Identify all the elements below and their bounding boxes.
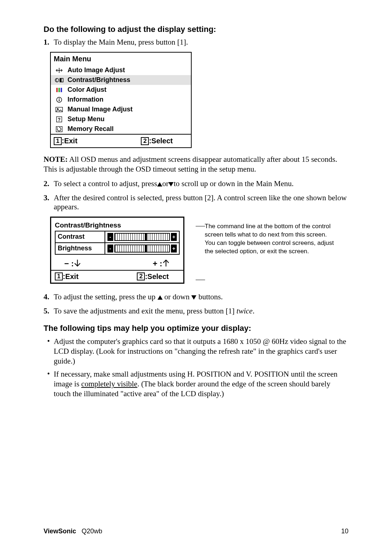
bullet-icon: • <box>47 337 54 366</box>
exit-label: :Exit <box>63 272 78 281</box>
step-text: To adjust the setting, press the up or d… <box>54 292 348 301</box>
menu-item-label: Contrast/Brightness <box>68 76 130 84</box>
memory-recall-icon <box>54 126 64 132</box>
footer-brand: ViewSonic <box>44 528 76 535</box>
step-1: 1. To display the Main Menu, press butto… <box>44 38 348 47</box>
menu-item-label: Setup Menu <box>68 115 105 123</box>
step-number: 2. <box>44 179 54 188</box>
contrast-icon <box>54 78 64 83</box>
plus-icon: + <box>171 233 177 241</box>
cb-title: Contrast/Brightness <box>55 221 180 229</box>
caption-container: The command line at the bottom of the co… <box>197 217 337 256</box>
contrast-label: Contrast <box>55 231 105 243</box>
menu-item-label: Memory Recall <box>68 125 114 133</box>
down-triangle-icon <box>191 295 196 300</box>
menu-item-information: Information <box>51 95 191 104</box>
up-triangle-icon <box>158 295 163 300</box>
page-footer: ViewSonic Q20wb 10 <box>44 528 348 535</box>
text-fragment: to scroll up or down in the Main Menu. <box>173 179 294 188</box>
svg-rect-4 <box>58 88 60 92</box>
menu-item-color: Color Adjust <box>51 85 191 95</box>
info-icon <box>54 97 64 103</box>
svg-text:?: ? <box>58 117 61 122</box>
text-fragment: To save the adjustments and exit the men… <box>54 307 237 315</box>
cb-footer: 1 :Exit 2 :Select <box>51 270 183 283</box>
tip-2: • If necessary, make small adjustments u… <box>47 369 348 399</box>
tip-text: If necessary, make small adjustments usi… <box>54 369 348 399</box>
minus-icon: - <box>107 233 113 241</box>
plus-icon: + <box>171 245 177 253</box>
text-fragment: To select a control to adjust, press <box>54 179 157 188</box>
up-triangle-icon <box>157 182 162 186</box>
main-menu-footer: 1 :Exit 2 :Select <box>51 134 191 147</box>
select-label: :Select <box>149 137 173 145</box>
step-4: 4. To adjust the setting, press the up o… <box>44 292 348 301</box>
brightness-label: Brightness <box>55 243 105 254</box>
svg-rect-8 <box>59 99 60 101</box>
svg-point-10 <box>57 108 58 110</box>
key-1-icon: 1 <box>55 272 63 280</box>
svg-rect-2 <box>60 78 62 82</box>
menu-item-memory-recall: Memory Recall <box>51 124 191 134</box>
tip-1: • Adjust the computer's graphics card so… <box>47 337 348 366</box>
step-2: 2. To select a control to adjust, presso… <box>44 179 348 188</box>
menu-item-label: Manual Image Adjust <box>68 106 132 113</box>
connector-line <box>196 226 205 226</box>
step-text: To save the adjustments and exit the men… <box>54 307 348 316</box>
up-arrow-icon: 🡡 <box>162 260 170 268</box>
cb-table: Contrast -+ Brightness -+ <box>55 231 180 255</box>
auto-image-icon <box>54 67 64 73</box>
note-label: NOTE: <box>44 155 68 164</box>
setup-icon: ? <box>54 116 64 122</box>
svg-rect-5 <box>61 88 62 92</box>
step-3: 3. After the desired control is selected… <box>44 193 348 212</box>
text-fragment: To adjust the setting, press the up <box>54 292 158 301</box>
step-text: To select a control to adjust, pressorto… <box>54 179 348 188</box>
manual-image-icon <box>54 107 64 112</box>
contrast-brightness-osd: Contrast/Brightness Contrast -+ Brightne… <box>50 217 184 284</box>
bullet-icon: • <box>47 369 54 399</box>
italic-text: twice <box>237 307 253 315</box>
menu-item-label: Auto Image Adjust <box>68 66 125 74</box>
exit-label: :Exit <box>62 137 77 145</box>
key-2-icon: 2 <box>141 137 149 145</box>
step-number: 3. <box>44 193 54 212</box>
menu-item-manual-image: Manual Image Adjust <box>51 104 191 114</box>
main-menu-osd: Main Menu Auto Image Adjust Contrast/Bri… <box>50 52 192 148</box>
key-1-icon: 1 <box>54 137 62 145</box>
menu-item-label: Information <box>68 96 103 103</box>
step-number: 1. <box>44 38 54 47</box>
menu-item-label: Color Adjust <box>68 86 106 94</box>
menu-item-contrast: Contrast/Brightness <box>51 75 191 85</box>
note-text: All OSD menus and adjustment screens dis… <box>44 155 337 173</box>
key-2-icon: 2 <box>137 272 145 280</box>
connector-line <box>196 280 205 280</box>
figure-caption: The command line at the bottom of the co… <box>205 222 337 256</box>
increase-hint: + :🡡 <box>153 259 170 268</box>
step-number: 5. <box>44 307 54 316</box>
text-fragment: or <box>162 179 169 188</box>
color-adjust-icon <box>54 87 64 93</box>
footer-left: ViewSonic Q20wb <box>44 528 102 535</box>
contrast-slider: -+ <box>105 231 179 243</box>
down-arrow-icon: 🡣 <box>74 260 82 268</box>
step-text: To display the Main Menu, press button [… <box>54 38 348 47</box>
text-fragment: or down <box>163 292 192 301</box>
slider-track <box>114 245 170 253</box>
down-triangle-icon <box>168 182 173 186</box>
step-number: 4. <box>44 292 54 301</box>
note-paragraph: NOTE: All OSD menus and adjustment scree… <box>44 155 348 174</box>
text-fragment: . <box>253 307 254 315</box>
minus-icon: - <box>107 245 113 253</box>
menu-item-setup: ? Setup Menu <box>51 114 191 124</box>
brightness-slider: -+ <box>105 243 179 254</box>
step-5: 5. To save the adjustments and exit the … <box>44 307 348 316</box>
text-fragment: buttons. <box>196 292 222 301</box>
tip-text: Adjust the computer's graphics card so t… <box>54 337 348 366</box>
section-heading: Do the following to adjust the display s… <box>44 25 348 34</box>
select-label: :Select <box>145 272 169 281</box>
slider-track <box>114 233 170 241</box>
menu-item-auto-image: Auto Image Adjust <box>51 65 191 75</box>
decrease-hint: − :🡣 <box>64 259 82 268</box>
contrast-brightness-figure: Contrast/Brightness Contrast -+ Brightne… <box>50 217 348 284</box>
